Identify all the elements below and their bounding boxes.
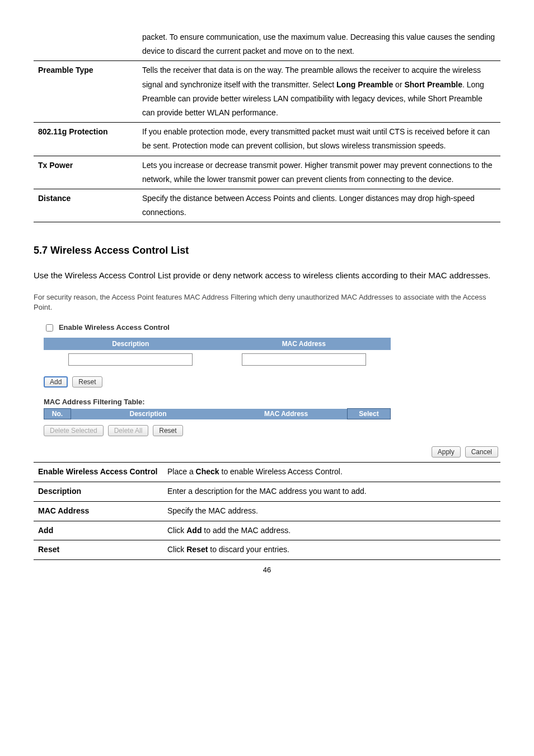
- row-label: Add: [34, 521, 163, 540]
- section-heading: 5.7 Wireless Access Control List: [34, 245, 500, 256]
- row-label: Description: [34, 482, 163, 501]
- cancel-button[interactable]: Cancel: [465, 446, 498, 458]
- row-desc: Lets you increase or decrease transmit p…: [138, 156, 500, 189]
- delete-selected-button[interactable]: Delete Selected: [44, 425, 104, 436]
- row-label: 802.11g Protection: [34, 123, 138, 156]
- row-desc: packet. To ensure communication, use the…: [138, 28, 500, 61]
- col-description: Description: [71, 409, 225, 419]
- filtering-table-title: MAC Address Filtering Table:: [44, 398, 500, 406]
- enable-wac-checkbox[interactable]: [46, 324, 53, 332]
- row-label: Preamble Type: [34, 61, 138, 123]
- page-number: 46: [34, 566, 500, 574]
- definitions-table-1: packet. To ensure communication, use the…: [34, 28, 500, 222]
- mac-input[interactable]: [242, 353, 366, 366]
- row-desc: Click Add to add the MAC address.: [163, 521, 500, 540]
- row-desc: Specify the MAC address.: [163, 501, 500, 521]
- row-desc: Enter a description for the MAC address …: [163, 482, 500, 501]
- col-description: Description: [44, 338, 218, 350]
- row-desc: Click Reset to discard your entries.: [163, 540, 500, 560]
- delete-all-button[interactable]: Delete All: [108, 425, 149, 436]
- reset-button[interactable]: Reset: [72, 376, 102, 388]
- reset-button-2[interactable]: Reset: [153, 425, 182, 436]
- mac-input-table: Description MAC Address: [44, 338, 391, 371]
- row-desc: Specify the distance between Access Poin…: [138, 189, 500, 222]
- col-mac: MAC Address: [225, 409, 347, 419]
- col-no: No.: [44, 409, 71, 419]
- enable-wac-row: Enable Wireless Access Control: [44, 323, 500, 333]
- mac-filtering-table: No. Description MAC Address Select: [44, 408, 391, 419]
- col-select: Select: [348, 409, 391, 419]
- row-desc: Place a Check to enable Wireless Access …: [163, 463, 500, 482]
- add-button[interactable]: Add: [44, 376, 68, 388]
- row-desc: Tells the receiver that data is on the w…: [138, 61, 500, 123]
- row-label: Enable Wireless Access Control: [34, 463, 163, 482]
- sub-text: For security reason, the Access Point fe…: [34, 292, 500, 312]
- definitions-table-2: Enable Wireless Access Control Place a C…: [34, 462, 500, 560]
- enable-wac-label: Enable Wireless Access Control: [59, 323, 170, 332]
- intro-text: Use the Wireless Access Control List pro…: [34, 268, 500, 284]
- row-label: Tx Power: [34, 156, 138, 189]
- row-desc: If you enable protection mode, every tra…: [138, 123, 500, 156]
- row-label: Distance: [34, 189, 138, 222]
- row-label: MAC Address: [34, 501, 163, 521]
- apply-button[interactable]: Apply: [432, 446, 461, 458]
- description-input[interactable]: [68, 353, 193, 366]
- row-label: [34, 28, 138, 61]
- col-mac: MAC Address: [217, 338, 391, 350]
- row-label: Reset: [34, 540, 163, 560]
